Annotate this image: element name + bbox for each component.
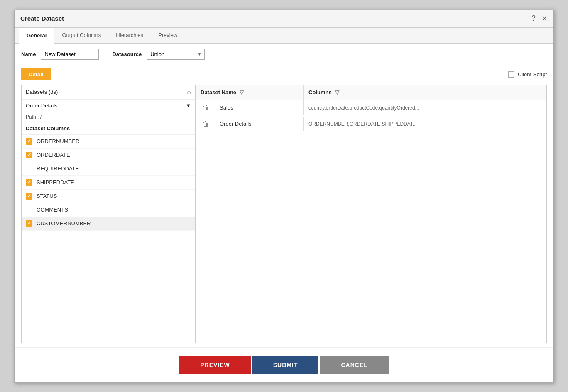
rp-col-columns: Columns ▽ [304,85,546,100]
checkbox-customernumber[interactable] [26,220,32,227]
datasets-dropdown[interactable]: Order Details ▼ [22,100,195,112]
columns-label: Dataset Columns [22,122,195,135]
dataset-cols-sales: country,orderDate,productCode,quantityOr… [304,101,546,115]
create-dataset-dialog: Create Dataset ? ✕ General Output Column… [14,10,554,383]
name-label: Name [21,51,36,57]
path-label: Path : [26,114,39,120]
home-icon[interactable]: ⌂ [187,88,191,96]
column-item-ordernumber[interactable]: ORDERNUMBER [22,135,195,149]
filter-icon-columns[interactable]: ▽ [335,89,339,95]
checkbox-orderdate[interactable] [26,152,32,158]
tab-preview[interactable]: Preview [151,28,185,44]
dataset-name-sales: Sales [216,100,304,115]
col1-header-label: Dataset Name [201,89,236,95]
trash-icon-sales[interactable]: 🗑 [203,104,209,112]
client-script-checkbox[interactable] [508,71,514,78]
trash-icon-order-details[interactable]: 🗑 [203,120,209,128]
path-row: Path : / [22,112,195,122]
submit-button[interactable]: SUBMIT [252,356,319,374]
dataset-row-sales: 🗑 Sales country,orderDate,productCode,qu… [196,100,546,116]
column-name-customernumber: CUSTOMERNUMBER [37,220,91,226]
client-script-section: Client Script [508,71,547,78]
column-name-shippeddate: SHIPPEDDATE [37,179,74,185]
path-value: / [40,114,42,120]
dataset-cols-order-details: ORDERNUMBER,ORDERDATE,SHIPPEDDAT... [304,117,546,131]
filter-icon-name[interactable]: ▽ [240,89,244,95]
left-panel-header: Datasets (ds) ⌂ [22,85,195,100]
preview-button[interactable]: PREVIEW [179,356,251,374]
column-name-ordernumber: ORDERNUMBER [37,138,79,144]
right-panel: Dataset Name ▽ Columns ▽ 🗑 Sales country… [196,85,547,343]
selected-dataset: Order Details [26,102,58,109]
column-name-orderdate: ORDERDATE [37,152,70,158]
column-name-status: STATUS [37,193,57,199]
dialog-titlebar: Create Dataset ? ✕ [15,10,553,28]
form-row: Name Datasource Union Query CSV ▼ [15,44,553,65]
trash-cell-sales[interactable]: 🗑 [196,100,216,116]
titlebar-actions: ? ✕ [531,14,548,23]
datasource-label: Datasource [112,51,142,57]
trash-cell-order-details[interactable]: 🗑 [196,116,216,132]
column-item-shippeddate[interactable]: SHIPPEDDATE [22,176,195,190]
cancel-button[interactable]: CANCEL [320,356,388,374]
name-input[interactable] [41,49,99,60]
tab-hierarchies[interactable]: Hierarchies [108,28,151,44]
column-name-requireddate: REQUIREDDATE [37,166,79,172]
tab-output-columns[interactable]: Output Columns [54,28,108,44]
checkbox-status[interactable] [26,193,32,200]
rp-col-dataset-name: Dataset Name ▽ [196,85,304,100]
columns-list: ORDERNUMBER ORDERDATE REQUIREDDATE SHIPP… [22,135,195,343]
close-icon[interactable]: ✕ [541,14,548,23]
chevron-down-icon: ▼ [186,102,191,109]
dialog-body: General Output Columns Hierarchies Previ… [15,28,553,347]
content-area: Datasets (ds) ⌂ Order Details ▼ Path : /… [15,80,553,347]
left-panel: Datasets (ds) ⌂ Order Details ▼ Path : /… [21,85,196,343]
right-panel-header: Dataset Name ▽ Columns ▽ [196,85,546,100]
dataset-name-order-details: Order Details [216,117,304,131]
detail-button[interactable]: Detail [21,68,51,80]
dataset-row-order-details: 🗑 Order Details ORDERNUMBER,ORDERDATE,SH… [196,116,546,132]
tab-general[interactable]: General [19,28,54,44]
col2-header-label: Columns [308,89,332,95]
dialog-title: Create Dataset [20,15,64,22]
column-item-customernumber[interactable]: CUSTOMERNUMBER [22,217,195,231]
column-name-comments: COMMENTS [37,207,68,213]
column-item-orderdate[interactable]: ORDERDATE [22,149,195,162]
column-item-comments[interactable]: COMMENTS [22,203,195,217]
detail-client-row: Detail Client Script [15,65,553,80]
checkbox-shippeddate[interactable] [26,179,32,186]
footer: PREVIEW SUBMIT CANCEL [15,347,553,382]
datasource-select-wrapper: Union Query CSV ▼ [147,49,205,60]
datasource-select[interactable]: Union Query CSV [147,49,205,60]
tabs-row: General Output Columns Hierarchies Previ… [15,28,553,44]
datasets-label: Datasets (ds) [26,89,58,95]
checkbox-comments[interactable] [26,207,32,213]
checkbox-requireddate[interactable] [26,166,32,172]
help-icon[interactable]: ? [531,14,536,23]
checkbox-ordernumber[interactable] [26,138,32,145]
column-item-requireddate[interactable]: REQUIREDDATE [22,162,195,176]
column-item-status[interactable]: STATUS [22,190,195,203]
client-script-label: Client Script [518,71,547,78]
